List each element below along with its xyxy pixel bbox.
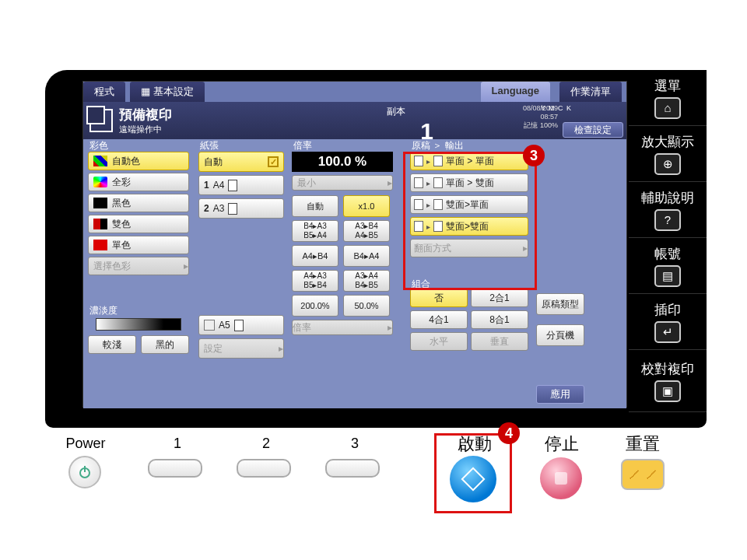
paper-tray-5[interactable]: A5 [198, 315, 284, 335]
status-title: 預備複印 [119, 106, 172, 124]
reset-button[interactable]: ⟋⟋ [621, 459, 665, 490]
paper-settings[interactable]: 設定▸ [198, 338, 284, 359]
proof-copy-key[interactable]: 校對複印▣ [629, 350, 707, 412]
paper-auto[interactable]: 自動✓ [198, 152, 284, 172]
copies-label: 副本 [387, 105, 433, 118]
orig-output-label: 原稿 ＞ 輸出 [412, 139, 464, 152]
color-auto[interactable]: 自動色 [88, 152, 189, 170]
zoom-b4a4[interactable]: B4▸A4 [343, 245, 390, 267]
toner-ymck: Y M C K [541, 104, 572, 112]
paper-tray-2[interactable]: 2A3 [198, 198, 284, 219]
tab-language[interactable]: Language [481, 82, 550, 102]
apply-button[interactable]: 應用 [536, 385, 584, 404]
finisher-button[interactable]: 分頁機 [536, 324, 584, 346]
power-icon [78, 465, 92, 479]
density-scale [96, 318, 181, 331]
zoom-50[interactable]: 50.0% [343, 295, 390, 317]
zoom-a3a4-b4b5[interactable]: A3▸A4B4▸B5 [343, 270, 390, 292]
start-button[interactable] [450, 456, 496, 502]
zoom-auto[interactable]: 自動 [292, 195, 338, 217]
check-settings-button[interactable]: 檢查設定 [563, 122, 623, 138]
num2-label: 2 [243, 436, 289, 452]
simplex-simplex[interactable]: ▸單面 > 單面 [410, 152, 528, 170]
account-icon: ▤ [654, 265, 681, 287]
power-button[interactable] [68, 456, 101, 488]
status-bar: 預備複印 遠端操作中 副本 1 08/08/2019 08:57 記憶 100%… [83, 102, 626, 139]
num2-button[interactable] [237, 459, 291, 478]
reset-label: 重置 [619, 432, 666, 456]
interrupt-key[interactable]: 插印↵ [629, 294, 707, 350]
density-darker[interactable]: 黑的 [141, 335, 189, 354]
zoom-footer[interactable]: 倍率▸ [292, 320, 393, 335]
zoom-b4a3-b5a4[interactable]: B4▸A3B5▸A4 [292, 220, 338, 242]
tab-basic[interactable]: ▦基本設定 [130, 82, 205, 102]
callout-badge-3: 3 [523, 145, 545, 166]
zoom-value: 100.0 % [292, 152, 393, 172]
help-key[interactable]: 輔助說明? [629, 182, 707, 238]
combine-none[interactable]: 否 [410, 289, 468, 307]
duplex-duplex[interactable]: ▸雙面>雙面 [410, 217, 528, 236]
color-black[interactable]: 黑色 [88, 194, 189, 212]
start-icon [461, 467, 485, 491]
enlarge-key[interactable]: 放大顯示⊕ [629, 126, 707, 182]
combine-2in1[interactable]: 2合1 [471, 289, 528, 307]
proof-icon: ▣ [654, 380, 681, 402]
device-bezel: 程式 ▦基本設定 Language 作業清單 預備複印 遠端操作中 副本 1 0… [45, 70, 707, 428]
simplex-duplex[interactable]: ▸單面 > 雙面 [410, 173, 528, 192]
zoom-in-icon: ⊕ [654, 153, 681, 175]
color-single[interactable]: 單色 [88, 236, 189, 254]
copy-icon [89, 109, 113, 132]
power-label: Power [62, 436, 109, 452]
num1-button[interactable] [148, 459, 202, 478]
combine-vertical: 垂直 [471, 332, 528, 351]
num3-button[interactable] [325, 459, 380, 478]
paper-tray-1[interactable]: 1A4 [198, 175, 284, 195]
zoom-min[interactable]: 最小▸ [292, 175, 393, 191]
color-select: 選擇色彩▸ [88, 257, 189, 275]
num3-label: 3 [331, 436, 378, 452]
duplex-simplex[interactable]: ▸雙面>單面 [410, 195, 528, 214]
density-lighter[interactable]: 較淺 [88, 335, 136, 354]
zoom-a3b4-a4b5[interactable]: A3▸B4A4▸B5 [343, 220, 390, 242]
paper-label: 紙張 [200, 139, 219, 152]
reset-icon: ⟋⟋ [626, 464, 660, 485]
color-label: 彩色 [89, 139, 108, 152]
color-two[interactable]: 雙色 [88, 215, 189, 233]
interrupt-icon: ↵ [654, 321, 681, 343]
combine-4in1[interactable]: 4合1 [410, 310, 468, 329]
start-label: 啟動 [451, 432, 498, 456]
touchscreen: 程式 ▦基本設定 Language 作業清單 預備複印 遠端操作中 副本 1 0… [82, 81, 627, 408]
zoom-a4a3-b5b4[interactable]: A4▸A3B5▸B4 [292, 270, 338, 292]
account-key[interactable]: 帳號▤ [629, 238, 707, 294]
tab-program[interactable]: 程式 [83, 82, 125, 102]
help-icon: ? [654, 209, 681, 231]
binding-position[interactable]: 翻面方式▸ [410, 239, 528, 257]
zoom-200[interactable]: 200.0% [292, 295, 338, 317]
stop-button[interactable] [540, 457, 582, 499]
original-type-button[interactable]: 原稿類型 [536, 293, 584, 315]
zoom-x1[interactable]: x1.0 [343, 195, 390, 217]
combine-horizontal: 水平 [410, 332, 468, 351]
menu-key[interactable]: 選單⌂ [629, 70, 707, 126]
num1-label: 1 [154, 436, 201, 452]
zoom-a4b4[interactable]: A4▸B4 [292, 245, 338, 267]
stop-label: 停止 [538, 432, 585, 456]
tab-job-list[interactable]: 作業清單 [559, 82, 622, 102]
combine-8in1[interactable]: 8合1 [471, 310, 528, 329]
home-icon: ⌂ [654, 97, 681, 119]
status-sub: 遠端操作中 [119, 124, 172, 135]
hard-key-strip: 選單⌂ 放大顯示⊕ 輔助說明? 帳號▤ 插印↵ 校對複印▣ [629, 70, 707, 428]
stop-icon [555, 472, 567, 485]
zoom-label: 倍率 [293, 139, 312, 152]
color-full[interactable]: 全彩 [88, 173, 189, 191]
